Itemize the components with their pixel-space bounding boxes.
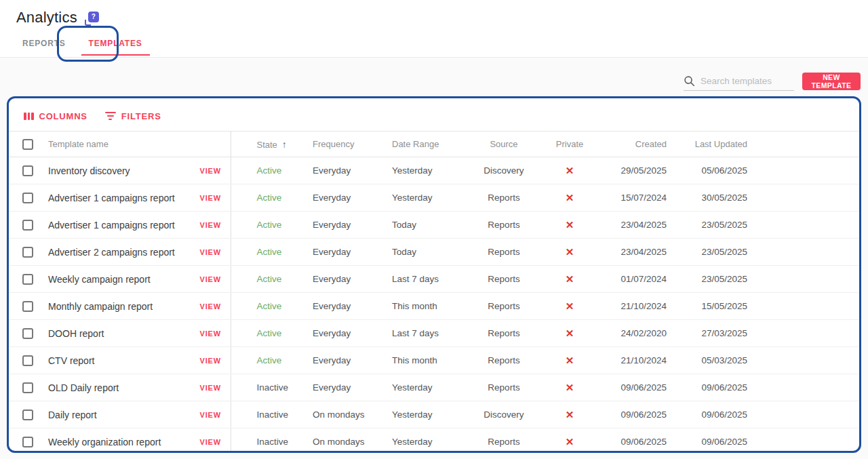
help-icon[interactable]: ? [84, 12, 99, 26]
source-cell: Reports [465, 347, 543, 374]
row-checkbox[interactable] [22, 410, 33, 420]
view-link[interactable]: VIEW [200, 357, 221, 365]
frequency-cell: Everyday [311, 347, 389, 374]
created-cell: 23/04/2025 [596, 239, 667, 266]
state-value: Active [257, 220, 282, 230]
row-checkbox[interactable] [22, 247, 33, 258]
created-cell: 29/05/2025 [596, 157, 667, 184]
last-updated-cell: 27/03/2025 [667, 320, 747, 347]
row-checkbox[interactable] [22, 193, 33, 203]
column-header-private[interactable]: Private [543, 132, 596, 157]
search-icon [684, 75, 695, 87]
last-updated-cell: 05/06/2025 [667, 157, 747, 184]
frequency-cell: Everyday [311, 266, 389, 293]
private-cross-icon: ✕ [566, 436, 574, 447]
app-header: Analytics ? REPORTS TEMPLATES [0, 0, 868, 58]
table-header-row: Template name State↑ Frequency Date Rang… [9, 132, 859, 157]
view-link[interactable]: VIEW [200, 167, 221, 175]
column-header-template-name[interactable]: Template name [40, 132, 191, 157]
created-cell: 21/10/2024 [596, 293, 667, 320]
state-value: Inactive [257, 437, 289, 447]
column-header-last-updated[interactable]: Last Updated [667, 132, 747, 157]
row-checkbox[interactable] [22, 220, 33, 231]
view-link[interactable]: VIEW [200, 194, 221, 202]
columns-button[interactable]: COLUMNS [24, 111, 87, 121]
source-cell: Reports [465, 239, 543, 266]
column-header-created[interactable]: Created [596, 132, 667, 157]
last-updated-cell: 30/05/2025 [667, 184, 747, 212]
private-cell: ✕ [543, 428, 596, 454]
page-title: Analytics [16, 9, 77, 26]
tab-reports[interactable]: REPORTS [11, 28, 77, 58]
date-range-cell: Yesterday [389, 157, 465, 184]
private-cell: ✕ [543, 266, 596, 293]
state-cell: Active [231, 157, 311, 184]
search-input[interactable] [701, 76, 794, 86]
view-link[interactable]: VIEW [200, 330, 221, 338]
state-cell: Active [231, 347, 311, 374]
last-updated-cell: 05/03/2025 [667, 347, 747, 374]
state-cell: Active [231, 184, 311, 212]
new-template-button[interactable]: NEW TEMPLATE [802, 73, 861, 90]
row-checkbox[interactable] [22, 301, 33, 312]
frequency-cell: Everyday [311, 239, 389, 266]
row-checkbox[interactable] [22, 382, 33, 393]
private-cross-icon: ✕ [566, 165, 574, 176]
private-cell: ✕ [543, 374, 596, 401]
private-cross-icon: ✕ [566, 300, 574, 312]
private-cell: ✕ [543, 320, 596, 347]
row-checkbox[interactable] [22, 437, 33, 447]
frequency-cell: On mondays [311, 401, 389, 428]
column-header-date-range[interactable]: Date Range [389, 132, 465, 157]
date-range-cell: This month [389, 347, 465, 374]
state-value: Active [257, 301, 282, 311]
filters-button[interactable]: FILTERS [105, 111, 161, 121]
last-updated-cell: 23/05/2025 [667, 212, 747, 239]
private-cell: ✕ [543, 212, 596, 239]
template-name-cell: Daily report [40, 401, 191, 428]
select-all-checkbox[interactable] [22, 139, 33, 150]
row-checkbox[interactable] [22, 355, 33, 366]
view-link[interactable]: VIEW [200, 248, 221, 256]
created-cell: 09/06/2025 [596, 374, 667, 401]
last-updated-cell: 15/05/2025 [667, 293, 747, 320]
table-row: DOOH report VIEW Active Everyday Last 7 … [9, 320, 859, 347]
state-value: Active [257, 355, 282, 365]
state-value: Active [257, 165, 282, 176]
private-cell: ✕ [543, 401, 596, 428]
tab-templates[interactable]: TEMPLATES [77, 28, 154, 58]
state-value: Active [257, 328, 282, 338]
private-cell: ✕ [543, 184, 596, 212]
template-name-cell: Advertiser 2 campaigns report [40, 239, 191, 266]
private-cross-icon: ✕ [566, 327, 574, 339]
state-cell: Inactive [231, 401, 311, 428]
state-value: Active [257, 247, 282, 257]
row-checkbox[interactable] [22, 274, 33, 285]
view-link[interactable]: VIEW [200, 275, 221, 283]
source-cell: Discovery [465, 401, 543, 428]
view-link[interactable]: VIEW [200, 384, 221, 392]
view-link[interactable]: VIEW [200, 438, 221, 446]
template-name-cell: Monthly campaign report [40, 293, 191, 320]
row-checkbox[interactable] [22, 165, 33, 176]
source-cell: Reports [465, 374, 543, 401]
view-link[interactable]: VIEW [200, 302, 221, 311]
state-value: Inactive [257, 382, 289, 393]
last-updated-cell: 23/05/2025 [667, 266, 747, 293]
column-header-source[interactable]: Source [465, 132, 543, 157]
table-row: Weekly campaign report VIEW Active Every… [9, 266, 859, 293]
template-name-cell: Weekly campaign report [40, 266, 191, 293]
column-header-state[interactable]: State↑ [231, 132, 311, 157]
date-range-cell: Yesterday [389, 374, 465, 401]
state-cell: Active [231, 293, 311, 320]
column-header-frequency[interactable]: Frequency [311, 132, 389, 157]
table-row: CTV report VIEW Active Everyday This mon… [9, 347, 859, 374]
state-cell: Active [231, 320, 311, 347]
column-header-view-spacer [191, 132, 231, 157]
view-link[interactable]: VIEW [200, 221, 221, 229]
view-link[interactable]: VIEW [200, 411, 221, 419]
date-range-cell: This month [389, 293, 465, 320]
created-cell: 23/04/2025 [596, 212, 667, 239]
row-checkbox[interactable] [22, 328, 33, 339]
private-cross-icon: ✕ [566, 355, 574, 366]
